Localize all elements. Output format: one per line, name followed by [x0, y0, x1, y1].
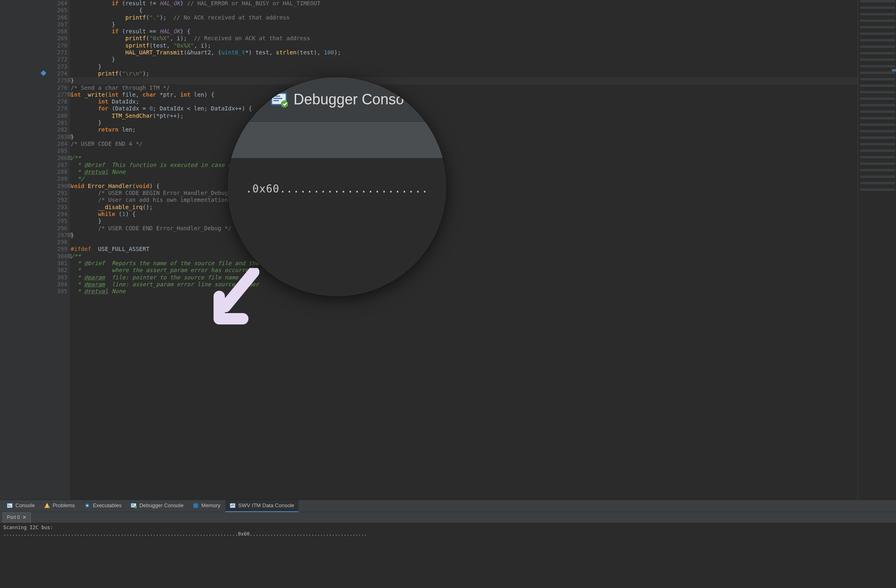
code-line[interactable] — [71, 147, 858, 154]
code-line[interactable]: #ifdef USE_FULL_ASSERT — [71, 246, 858, 253]
svg-rect-1 — [7, 504, 12, 508]
terminal-icon — [6, 502, 13, 509]
code-line[interactable]: * @retval None — [71, 288, 858, 295]
code-line[interactable]: int DataIdx; — [71, 98, 858, 105]
svg-rect-2 — [47, 504, 47, 506]
code-line[interactable]: int _write(int file, char *ptr, int len)… — [71, 91, 858, 98]
line-number: 287 — [47, 162, 67, 169]
code-area[interactable]: if (result != HAL_OK) // HAL_ERROR or HA… — [70, 0, 858, 499]
code-line[interactable]: } — [71, 77, 858, 84]
code-line[interactable]: printf("."); // No ACK received at that … — [71, 14, 858, 21]
code-line[interactable]: * @param line: assert_param error line s… — [71, 281, 858, 288]
code-line[interactable]: /** — [71, 253, 858, 260]
tab-debugger-console[interactable]: Debugger Console — [126, 500, 187, 512]
close-icon[interactable]: ✕ — [22, 514, 26, 520]
code-line[interactable]: } — [71, 21, 858, 28]
code-line[interactable]: /* User can add his own implementation t… — [71, 197, 858, 203]
tab-memory[interactable]: Memory — [188, 500, 225, 512]
code-line[interactable]: void Error_Handler(void) { — [71, 183, 858, 190]
swv-icon — [229, 502, 236, 509]
tab-swv[interactable]: SWV ITM Data Console — [225, 500, 298, 512]
code-line[interactable]: /* USER CODE END 4 */ — [71, 141, 858, 147]
code-line[interactable]: } — [71, 119, 858, 126]
line-number: 289 — [47, 175, 67, 182]
code-line[interactable]: if (result != HAL_OK) // HAL_ERROR or HA… — [71, 0, 858, 7]
line-number: 285 — [47, 147, 67, 154]
line-number: 277- — [47, 91, 67, 98]
subtab-port-0[interactable]: Port 0 ✕ — [2, 512, 31, 523]
line-number: 276 — [47, 84, 67, 91]
svg-rect-3 — [47, 507, 47, 508]
tab-label: SWV ITM Data Console — [238, 502, 294, 508]
code-line[interactable]: HAL_UART_Transmit(&huart2, (uint8_t*) te… — [71, 49, 858, 56]
line-number: 305 — [47, 288, 67, 295]
code-line[interactable]: * @brief Reports the name of the source … — [71, 260, 858, 267]
code-line[interactable]: for (DataIdx = 0; DataIdx < len; DataIdx… — [71, 105, 858, 112]
line-number: 288 — [47, 169, 67, 175]
memory-icon — [192, 502, 199, 509]
line-number: 295 — [47, 218, 67, 225]
line-number: 279 — [47, 105, 67, 112]
svg-point-7 — [134, 506, 137, 508]
code-line[interactable]: } — [71, 232, 858, 239]
code-line[interactable]: printf("0x%X", i); // Received an ACK at… — [71, 35, 858, 42]
minimap-band — [860, 39, 895, 41]
minimap-band — [860, 130, 895, 132]
code-line[interactable]: if (result == HAL_OK) { — [71, 28, 858, 35]
line-number: 283- — [47, 134, 67, 141]
code-line[interactable]: { — [71, 7, 858, 14]
debug-console-icon — [130, 502, 137, 509]
line-number: 275- — [47, 77, 67, 84]
code-line[interactable]: /** — [71, 155, 858, 162]
code-line[interactable]: /* Send a char through ITM */ — [71, 84, 858, 91]
line-number: 264 — [47, 0, 67, 7]
code-line[interactable]: */ — [71, 175, 858, 182]
minimap-band — [860, 13, 895, 15]
console-line: ........................................… — [3, 531, 893, 537]
code-line[interactable]: return len; — [71, 126, 858, 133]
line-number: 304 — [47, 281, 67, 288]
code-line[interactable]: * @retval None — [71, 169, 858, 175]
tab-console[interactable]: Console — [2, 500, 39, 512]
code-line[interactable]: } — [71, 134, 858, 141]
minimap-band — [860, 0, 895, 2]
minimap-scrollbar[interactable] — [858, 0, 896, 499]
code-line[interactable]: /* USER CODE BEGIN Error_Handler_Debug *… — [71, 190, 858, 197]
minimap-band — [860, 162, 895, 165]
subtab-label: Port 0 — [7, 514, 20, 520]
code-line[interactable]: } — [71, 63, 858, 70]
line-number: 270 — [47, 42, 67, 49]
code-line[interactable]: } — [71, 218, 858, 225]
minimap-band — [860, 84, 895, 87]
line-number: 301 — [47, 260, 67, 267]
code-line[interactable]: while (1) { — [71, 211, 858, 218]
minimap-band — [860, 110, 895, 113]
minimap-band — [860, 143, 895, 145]
code-line[interactable]: } — [71, 56, 858, 63]
tab-problems[interactable]: Problems — [40, 500, 79, 512]
code-line[interactable]: /* USER CODE END Error_Handler_Debug */ — [71, 225, 858, 232]
tab-label: Problems — [53, 502, 75, 508]
code-line[interactable]: * @param file: pointer to the source fil… — [71, 274, 858, 281]
code-line[interactable]: ITM_SendChar(*ptr++); — [71, 112, 858, 119]
line-number: 297- — [47, 232, 67, 239]
code-line[interactable]: * where the assert_param error has occur… — [71, 267, 858, 274]
code-line[interactable]: * @brief This function is executed in ca… — [71, 162, 858, 169]
minimap-band — [860, 19, 895, 22]
line-number: 268 — [47, 28, 67, 35]
editor-left-margin — [0, 0, 47, 499]
line-number: 272 — [47, 56, 67, 63]
minimap-band — [860, 182, 895, 184]
tab-executables[interactable]: Executables — [80, 500, 126, 512]
code-line[interactable]: sprintf(test, "0x%X", i); — [71, 42, 858, 49]
line-number: 292 — [47, 197, 67, 203]
minimap-band — [860, 71, 895, 74]
code-editor[interactable]: 264265266267268269270271272273274275-276… — [0, 0, 896, 499]
code-line[interactable] — [71, 239, 858, 246]
ide-workspace: 264265266267268269270271272273274275-276… — [0, 0, 896, 588]
line-number: 266 — [47, 14, 67, 21]
code-line[interactable]: printf("\r\n"); — [71, 70, 858, 77]
code-line[interactable]: __disable_irq(); — [71, 204, 858, 211]
console-output[interactable]: Scanning I2C bus:.......................… — [0, 523, 896, 588]
tab-label: Executables — [93, 502, 122, 508]
